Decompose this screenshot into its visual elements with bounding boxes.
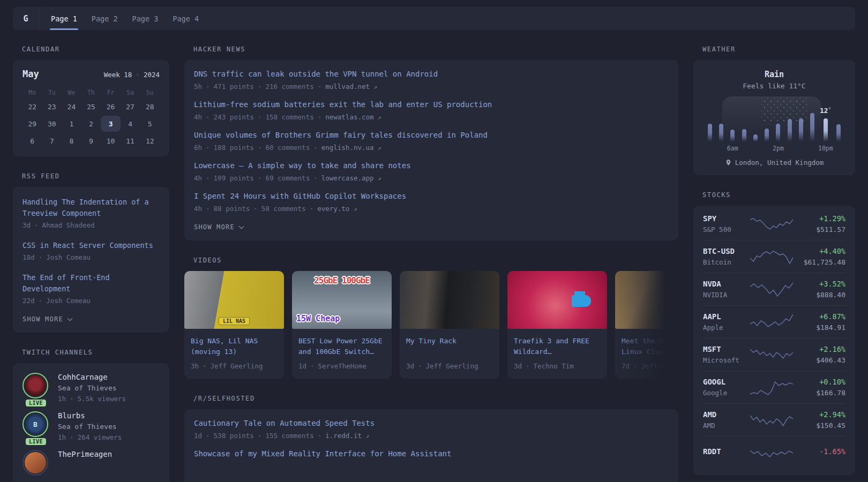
hn-comments[interactable]: 158 comments [265,113,313,121]
hn-domain-link[interactable]: mullvad.net ↗ [325,82,377,91]
tab-page-1[interactable]: Page 1 [51,7,77,30]
hn-show-more-button[interactable]: SHOW MORE [194,223,669,231]
hn-item-title[interactable]: Unique volumes of Brothers Grimm fairy t… [194,131,669,140]
show-more-label: SHOW MORE [194,223,235,231]
calendar-day: 22 [23,99,42,115]
left-column: CALENDAR May Week 18·2024 Mo Tu We Th Fr [13,46,169,482]
stock-row[interactable]: MSFTMicrosoft +2.16%$406.43 [703,338,845,371]
video-title[interactable]: Big NAS, Lil NAS (moving 13) [191,336,278,357]
video-card[interactable]: My Tiny Rack 3d·Jeff Geerling [400,271,499,379]
hn-item: Lithium-free sodium batteries exit the l… [194,100,669,121]
stock-price: $150.45 [794,421,845,430]
tab-page-4[interactable]: Page 4 [173,7,199,30]
hn-item-title[interactable]: I Spent 24 Hours with GitHub Copilot Wor… [194,192,669,201]
hackernews-section-label: HACKER NEWS [193,46,678,53]
reddit-item-title[interactable]: Cautionary Tale on Automated Speed Tests [194,419,669,428]
video-title[interactable]: My Tiny Rack [406,336,493,357]
video-thumbnail[interactable]: FAS [615,271,678,329]
hn-comments[interactable]: 69 comments [265,174,310,182]
stock-row[interactable]: NVDANVIDIA +3.52%$888.40 [703,273,845,305]
reddit-domain-link[interactable]: i.redd.it ↗ [325,432,369,440]
rss-show-more-button[interactable]: SHOW MORE [23,315,160,323]
hn-item-title[interactable]: Lowercase – A simple way to take and sha… [194,161,669,170]
video-title[interactable]: Traefik 3 and FREE Wildcard… [514,336,601,357]
video-title[interactable]: Meet the n Linux Clus [622,336,678,357]
separator-dot: · [313,174,318,182]
stock-row[interactable]: AAPLApple +6.87%$184.91 [703,305,845,338]
avatar: B [25,413,46,435]
twitch-avatar[interactable] [23,450,49,476]
hn-domain-link[interactable]: newatlas.com ↗ [325,113,381,121]
video-card[interactable]: Traefik 3 and FREE Wildcard… 3d·Techno T… [507,271,607,379]
hn-comments[interactable]: 60 comments [265,144,310,152]
separator-dot: · [206,205,210,213]
video-card[interactable]: LIL NAS Big NAS, Lil NAS (moving 13) 3h·… [184,271,284,379]
stock-row[interactable]: GOOGLGoogle +0.10%$166.78 [703,371,845,403]
rss-item-title[interactable]: The End of Front-End Development [23,272,160,295]
calendar-day: 28 [140,99,160,115]
calendar-day: 12 [140,133,160,149]
hn-item: I Spent 24 Hours with GitHub Copilot Wor… [194,192,669,213]
hn-comments[interactable]: 58 comments [261,205,306,213]
location-pin-icon [725,159,732,166]
hn-domain-link[interactable]: every.to ↗ [317,205,357,213]
twitch-avatar[interactable]: LIVE [23,373,49,403]
hn-item-title[interactable]: Lithium-free sodium batteries exit the l… [194,100,669,109]
external-link-icon: ↗ [378,175,381,182]
reddit-item: Cautionary Tale on Automated Speed Tests… [194,419,669,440]
stock-name: NVIDIA [703,291,749,299]
hn-item: Lowercase – A simple way to take and sha… [194,161,669,182]
reddit-points: 538 points [214,432,254,440]
stock-row[interactable]: AMDAMD +2.94%$150.45 [703,403,845,436]
stock-row[interactable]: SPYS&P 500 +1.29%$511.57 [703,208,845,240]
video-thumbnail[interactable]: 25GbE 100GbE15W Cheap [292,271,392,329]
tab-page-3[interactable]: Page 3 [132,7,159,30]
weather-bar-column [750,96,761,152]
twitch-channel-name[interactable]: ThePrimeagen [58,450,112,458]
hn-domain-link[interactable]: lowercase.app ↗ [321,174,381,182]
calendar-day: 5 [140,116,160,132]
tab-page-2[interactable]: Page 2 [92,7,118,30]
video-author: Jeff Geerling [641,362,678,370]
stock-sparkline [749,345,794,364]
dashboard-page: G Page 1 Page 2 Page 3 Page 4 CALENDAR M… [0,7,868,482]
video-thumbnail[interactable] [507,271,607,329]
rss-item-title[interactable]: CSS in React Server Components [23,240,160,251]
reddit-item-title[interactable]: Showcase of my Mixed Reality Interface f… [194,449,669,458]
twitch-channel: LIVE CohhCarnage Sea of Thieves 1h·5.5k … [23,373,160,403]
twitch-channel-name[interactable]: Blurbs [58,411,122,420]
stock-row[interactable]: RDDT -1.65% [703,436,845,469]
hn-points: 88 points [214,205,250,213]
separator-dot: · [206,82,210,91]
video-card[interactable]: 25GbE 100GbE15W Cheap BEST Low Power 25G… [292,271,392,379]
reddit-comments[interactable]: 155 comments [265,432,313,440]
calendar-day: 23 [42,99,62,115]
hn-comments[interactable]: 216 comments [265,82,313,91]
hn-item-title[interactable]: DNS traffic can leak outside the VPN tun… [194,70,669,79]
twitch-avatar[interactable]: B LIVE [23,411,49,441]
weather-feels-like: Feels like 11°C [703,82,845,90]
hn-domain-link[interactable]: english.nv.ua ↗ [321,144,381,152]
weather-location: London, United Kingdom [703,159,845,167]
hn-domain: english.nv.ua [321,144,374,152]
video-thumbnail[interactable]: LIL NAS [184,271,284,329]
separator-dot: · [136,71,140,79]
video-card[interactable]: FAS Meet the n Linux Clus 7d·Jeff Geerli… [615,271,678,379]
weather-bar [719,124,723,141]
calendar-day: 25 [81,99,101,115]
stock-row[interactable]: BTC-USDBitcoin +4.40%$61,725.48 [703,240,845,273]
video-thumbnail[interactable] [400,271,499,329]
hn-age: 6h [194,144,202,152]
rss-item-title[interactable]: Handling The Indentation of a Treeview C… [23,197,160,219]
twitch-channel-name[interactable]: CohhCarnage [58,373,126,381]
weather-time-label: 10pm [818,141,833,152]
weather-card: Rain Feels like 11°C 6am2pm12°10pm Londo… [693,60,855,175]
video-title[interactable]: BEST Low Power 25GbE and 100GbE Switch… [298,336,385,357]
weather-bar-column [833,96,844,152]
external-link-icon: ↗ [378,114,381,121]
calendar-day-selected: 3 [101,116,121,132]
rss-item-meta: 18d·Josh Comeau [23,253,160,261]
rss-item: Handling The Indentation of a Treeview C… [23,197,160,229]
calendar-day: 7 [42,133,62,149]
video-meta: 3h·Jeff Geerling [191,362,278,370]
